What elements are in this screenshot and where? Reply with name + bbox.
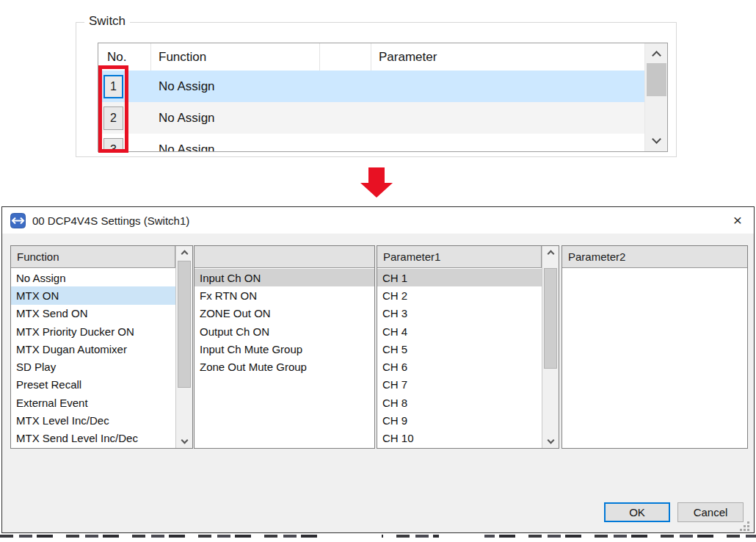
list-item[interactable]: CH 7 (377, 376, 542, 394)
scrollbar-thumb[interactable] (178, 261, 191, 388)
function-cell: No Assign (151, 79, 320, 94)
list-item[interactable]: CH 8 (377, 394, 542, 411)
list-item-selected[interactable]: CH 1 (377, 269, 542, 286)
scroll-up-icon[interactable] (181, 250, 188, 258)
red-arrow-head (360, 183, 393, 198)
list-item[interactable]: CH 3 (377, 305, 542, 322)
list-item[interactable]: Preset Recall (11, 376, 175, 394)
dialog-title: 00 DCP4V4S Settings (Switch1) (32, 214, 189, 227)
parameter1-list-items: CH 1 CH 2 CH 3 CH 4 CH 5 CH 6 CH 7 CH 8 … (377, 269, 542, 448)
dcp-settings-dialog: 00 DCP4V4S Settings (Switch1) × Function… (1, 206, 755, 533)
list-item[interactable]: No Assign (11, 269, 175, 286)
list-item[interactable]: CH 10 (377, 430, 542, 447)
function-list-header: Function (11, 246, 175, 268)
list-item[interactable]: MTX Send Level Inc/Dec (11, 430, 175, 447)
list-item[interactable]: MTX Send ON (11, 305, 175, 322)
list-item[interactable]: CH 2 (377, 286, 542, 304)
ok-button[interactable]: OK (604, 502, 670, 522)
resize-grip[interactable] (747, 521, 749, 524)
list-item[interactable]: External Event (11, 394, 175, 411)
red-highlight-box (98, 65, 128, 153)
function-cell: No Assign (151, 142, 320, 153)
list-item[interactable]: ZONE Out ON (195, 305, 374, 322)
list-item[interactable]: Zone Out Mute Group (195, 358, 374, 375)
table-row[interactable]: 3 No Assign (98, 134, 644, 152)
scroll-down-icon[interactable] (181, 437, 188, 444)
list-item[interactable]: Fx RTN ON (195, 286, 374, 304)
list-item[interactable]: Input Ch Mute Group (195, 340, 374, 358)
list-item[interactable]: MTX Priority Ducker ON (11, 322, 175, 340)
subfunction-list: Input Ch ON Fx RTN ON ZONE Out ON Output… (194, 245, 375, 449)
parameter1-list-header: Parameter1 (377, 246, 542, 268)
list-item[interactable]: Output Ch ON (195, 322, 374, 340)
function-cell: No Assign (151, 111, 320, 126)
list-item[interactable]: MTX Level Inc/Dec (11, 411, 175, 429)
list-item[interactable]: CH 6 (377, 358, 542, 375)
parameter2-list-header: Parameter2 (562, 246, 747, 268)
list-item[interactable]: MTX Dugan Automixer (11, 340, 175, 358)
list-item-selected[interactable]: Input Ch ON (195, 269, 374, 286)
subfunction-list-header (195, 246, 374, 268)
close-button[interactable]: × (722, 207, 754, 234)
list-item[interactable]: SD Play (11, 358, 175, 375)
list-item[interactable]: CH 4 (377, 322, 542, 340)
function-list-items: No Assign MTX ON MTX Send ON MTX Priorit… (11, 269, 175, 448)
scroll-up-icon[interactable] (652, 51, 661, 60)
dcp-settings-icon (10, 213, 26, 228)
parameter2-list: Parameter2 (561, 245, 748, 449)
scroll-up-icon[interactable] (547, 250, 554, 258)
column-header-parameter: Parameter (371, 43, 644, 71)
table-vertical-scrollbar[interactable] (644, 43, 667, 151)
switch-group-label: Switch (84, 14, 130, 29)
cropped-content-gap (317, 535, 382, 538)
parameter1-list-scrollbar[interactable] (542, 246, 559, 448)
parameter2-list-items (562, 269, 747, 448)
cropped-content-gap (439, 535, 484, 538)
function-list: Function No Assign MTX ON MTX Send ON MT… (10, 245, 193, 449)
table-row[interactable]: 1 No Assign (98, 71, 644, 102)
cancel-button[interactable]: Cancel (677, 502, 744, 522)
subfunction-list-items: Input Ch ON Fx RTN ON ZONE Out ON Output… (195, 269, 374, 448)
dialog-titlebar[interactable]: 00 DCP4V4S Settings (Switch1) × (2, 207, 754, 234)
column-header-function: Function (151, 43, 320, 71)
scroll-down-icon[interactable] (652, 134, 661, 144)
list-item[interactable]: CH 9 (377, 411, 542, 429)
scrollbar-thumb[interactable] (647, 63, 666, 96)
parameter1-list: Parameter1 CH 1 CH 2 CH 3 CH 4 CH 5 CH 6… (377, 245, 559, 449)
red-arrow-down (368, 167, 385, 184)
list-item-selected[interactable]: MTX ON (11, 286, 175, 304)
table-row[interactable]: 2 No Assign (98, 102, 644, 134)
switch-table-header: No. Function Parameter (98, 43, 644, 71)
scrollbar-thumb[interactable] (544, 268, 557, 369)
list-item[interactable]: CH 5 (377, 340, 542, 358)
function-list-scrollbar[interactable] (175, 246, 192, 448)
switch-assign-table: No. Function Parameter 1 No Assign 2 No … (98, 43, 668, 152)
scroll-down-icon[interactable] (547, 437, 554, 444)
column-header-blank (320, 43, 371, 71)
